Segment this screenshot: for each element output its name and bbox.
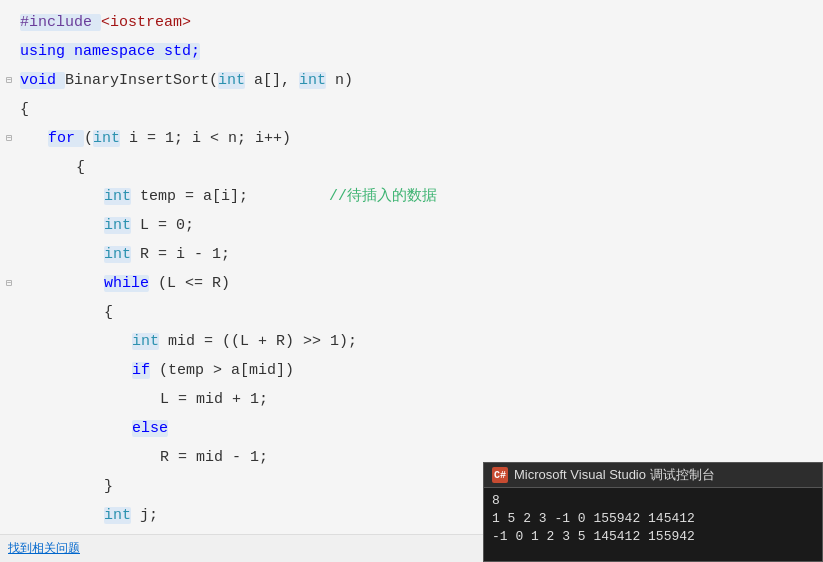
- code-token: while: [104, 275, 149, 292]
- fold-icon[interactable]: ⊟: [6, 66, 12, 95]
- code-token: (temp > a[mid]): [150, 362, 294, 379]
- code-token: R = i - 1;: [131, 246, 230, 263]
- code-token: }: [104, 478, 113, 495]
- code-token: int: [104, 507, 131, 524]
- line-gutter: ⊟: [0, 66, 18, 95]
- code-token: <iostream>: [101, 14, 191, 31]
- code-line: else: [0, 414, 823, 443]
- code-token: mid = ((L + R) >> 1);: [159, 333, 357, 350]
- line-content: int temp = a[i]; //待插入的数据: [20, 182, 437, 211]
- code-line: ⊟for (int i = 1; i < n; i++): [0, 124, 823, 153]
- code-line: using namespace std;: [0, 37, 823, 66]
- console-line: 8: [492, 492, 814, 510]
- bottom-bar-text[interactable]: 找到相关问题: [8, 540, 80, 557]
- code-token: int: [104, 188, 131, 205]
- code-token: BinaryInsertSort(: [65, 72, 218, 89]
- code-token: //待插入的数据: [329, 188, 437, 205]
- code-token: int: [93, 130, 120, 147]
- line-content: R = mid - 1;: [20, 443, 268, 472]
- line-content: {: [20, 298, 113, 327]
- bottom-bar: 找到相关问题: [0, 534, 483, 562]
- code-token: (L <= R): [149, 275, 230, 292]
- code-token: int: [132, 333, 159, 350]
- code-line: ⊟while (L <= R): [0, 269, 823, 298]
- console-overlay: C# Microsoft Visual Studio 调试控制台 81 5 2 …: [483, 462, 823, 562]
- line-content: void BinaryInsertSort(int a[], int n): [20, 66, 353, 95]
- console-line: 1 5 2 3 -1 0 155942 145412: [492, 510, 814, 528]
- line-content: if (temp > a[mid]): [20, 356, 294, 385]
- code-line: #include <iostream>: [0, 8, 823, 37]
- vs-icon: C#: [492, 467, 508, 483]
- code-line: L = mid + 1;: [0, 385, 823, 414]
- code-line: {: [0, 153, 823, 182]
- code-token: < n; i++): [210, 130, 291, 147]
- code-token: else: [132, 420, 168, 437]
- line-content: int j;: [20, 501, 158, 530]
- code-token: void: [20, 72, 65, 89]
- code-token: int: [104, 246, 131, 263]
- line-content: int L = 0;: [20, 211, 194, 240]
- line-gutter: ⊟: [0, 269, 18, 298]
- line-content: for (int i = 1; i < n; i++): [20, 124, 291, 153]
- console-line: -1 0 1 2 3 5 145412 155942: [492, 528, 814, 546]
- code-token: {: [104, 304, 113, 321]
- code-token: n): [326, 72, 353, 89]
- fold-icon[interactable]: ⊟: [6, 269, 12, 298]
- code-token: {: [76, 159, 85, 176]
- editor-area: #include <iostream>using namespace std;⊟…: [0, 0, 823, 562]
- code-token: {: [20, 101, 29, 118]
- code-token: for: [48, 130, 84, 147]
- code-token: L = mid + 1;: [160, 391, 268, 408]
- code-token: (: [84, 130, 93, 147]
- line-content: }: [20, 472, 113, 501]
- code-line: {: [0, 95, 823, 124]
- line-content: int mid = ((L + R) >> 1);: [20, 327, 357, 356]
- console-title: Microsoft Visual Studio 调试控制台: [514, 466, 715, 484]
- console-titlebar: C# Microsoft Visual Studio 调试控制台: [484, 463, 822, 488]
- line-content: else: [20, 414, 168, 443]
- code-token: int: [299, 72, 326, 89]
- code-token: j;: [131, 507, 158, 524]
- console-body: 81 5 2 3 -1 0 155942 145412-1 0 1 2 3 5 …: [484, 488, 822, 550]
- code-line: int mid = ((L + R) >> 1);: [0, 327, 823, 356]
- code-line: if (temp > a[mid]): [0, 356, 823, 385]
- code-token: int: [218, 72, 245, 89]
- code-token: int: [104, 217, 131, 234]
- code-token: #include: [20, 14, 101, 31]
- line-content: int R = i - 1;: [20, 240, 230, 269]
- line-gutter: ⊟: [0, 124, 18, 153]
- code-token: a[],: [245, 72, 299, 89]
- line-content: #include <iostream>: [20, 8, 191, 37]
- line-content: {: [20, 153, 85, 182]
- code-token: L = 0;: [131, 217, 194, 234]
- code-line: int temp = a[i]; //待插入的数据: [0, 182, 823, 211]
- code-line: int R = i - 1;: [0, 240, 823, 269]
- line-content: {: [20, 95, 29, 124]
- code-token: i = 1; i: [120, 130, 210, 147]
- code-line: ⊟void BinaryInsertSort(int a[], int n): [0, 66, 823, 95]
- code-token: R = mid - 1;: [160, 449, 268, 466]
- line-content: L = mid + 1;: [20, 385, 268, 414]
- fold-icon[interactable]: ⊟: [6, 124, 12, 153]
- code-token: using namespace std;: [20, 43, 200, 60]
- code-token: temp = a[i];: [131, 188, 329, 205]
- line-content: using namespace std;: [20, 37, 200, 66]
- code-line: {: [0, 298, 823, 327]
- line-content: while (L <= R): [20, 269, 230, 298]
- code-line: int L = 0;: [0, 211, 823, 240]
- code-token: if: [132, 362, 150, 379]
